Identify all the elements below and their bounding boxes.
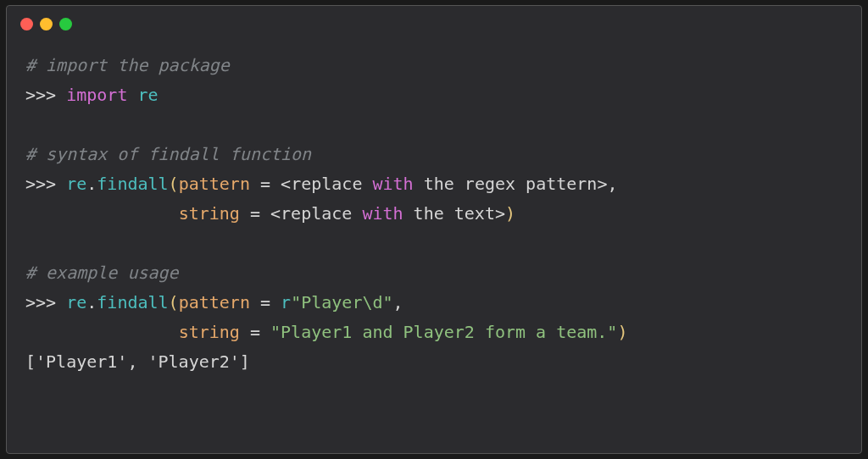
object-ref: re — [66, 174, 86, 194]
close-icon[interactable] — [20, 18, 33, 30]
module-name: re — [137, 85, 158, 105]
comment-line: # example usage — [25, 263, 179, 283]
output-line: ['Player1', 'Player2'] — [25, 351, 250, 372]
param-name: pattern — [179, 292, 250, 312]
code-block: # import the package >>> import re # syn… — [7, 36, 861, 392]
param-name: pattern — [179, 174, 250, 194]
paren-open: ( — [169, 292, 179, 312]
paren-open: ( — [169, 174, 179, 194]
keyword-import: import — [66, 85, 127, 105]
equals: = — [250, 322, 260, 342]
dot: . — [86, 174, 97, 194]
equals: = — [250, 203, 260, 224]
keyword-with: with — [362, 203, 403, 224]
string-literal: "Player1 and Player2 form a team." — [270, 322, 617, 342]
code-window: # import the package >>> import re # syn… — [6, 5, 862, 454]
keyword-with: with — [372, 174, 413, 194]
angle-close: > — [597, 174, 607, 194]
maximize-icon[interactable] — [59, 18, 72, 30]
param-name: string — [179, 322, 240, 342]
repl-prompt: >>> — [25, 85, 66, 105]
placeholder-text: replace — [281, 203, 362, 224]
angle-open: < — [270, 203, 281, 224]
paren-close: ) — [617, 322, 627, 342]
angle-close: > — [495, 203, 505, 224]
angle-open: < — [281, 174, 291, 194]
string-literal: "Player\d" — [291, 292, 392, 312]
object-ref: re — [66, 292, 86, 312]
repl-prompt: >>> — [25, 292, 66, 312]
placeholder-text: the regex pattern — [414, 174, 598, 194]
comment-line: # import the package — [25, 55, 230, 75]
titlebar — [7, 6, 861, 36]
param-name: string — [179, 203, 240, 224]
paren-close: ) — [505, 203, 515, 224]
repl-prompt: >>> — [25, 174, 66, 194]
function-name: findall — [97, 292, 168, 312]
dot: . — [86, 292, 97, 312]
placeholder-text: the text — [403, 203, 495, 224]
placeholder-text: replace — [291, 174, 372, 194]
raw-prefix: r — [281, 292, 291, 312]
comma: , — [393, 292, 403, 312]
equals: = — [260, 292, 270, 312]
minimize-icon[interactable] — [40, 18, 53, 30]
comment-line: # syntax of findall function — [25, 144, 311, 164]
equals: = — [260, 174, 270, 194]
comma: , — [607, 174, 617, 194]
function-name: findall — [97, 174, 168, 194]
